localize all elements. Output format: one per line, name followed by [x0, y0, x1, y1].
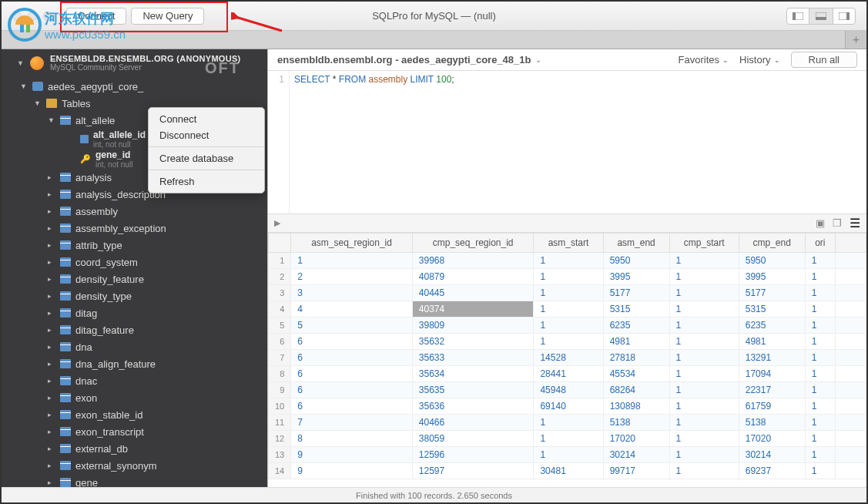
tree-table[interactable]: ▸ditag_feature	[2, 321, 267, 338]
tree-table[interactable]: ▸dna	[2, 338, 267, 355]
cell[interactable]: 1	[534, 431, 603, 447]
tree-table[interactable]: ▸assembly_exception	[2, 220, 267, 237]
cell[interactable]: 5315	[739, 301, 805, 318]
cell[interactable]: 1	[534, 269, 603, 285]
cell[interactable]: 1	[805, 301, 835, 318]
cell[interactable]: 5177	[739, 285, 805, 301]
cell[interactable]: 1	[534, 318, 603, 334]
cell[interactable]: 1	[669, 463, 739, 479]
new-query-button[interactable]: New Query	[131, 8, 204, 25]
cell[interactable]: 35636	[412, 398, 534, 415]
cell[interactable]: 5177	[603, 285, 669, 301]
tree-table[interactable]: ▸coord_system	[2, 254, 267, 270]
cell[interactable]: 9	[291, 463, 413, 479]
column-header[interactable]: asm_start	[534, 234, 603, 253]
cell[interactable]: 1	[669, 301, 739, 318]
cell[interactable]: 39968	[412, 253, 534, 269]
cell[interactable]: 130898	[603, 398, 669, 415]
cell[interactable]: 1	[669, 334, 739, 350]
tree-table[interactable]: ▸density_feature	[2, 270, 267, 287]
cell[interactable]: 17094	[739, 366, 805, 382]
tree-table[interactable]: ▸exon_stable_id	[2, 406, 267, 423]
cell[interactable]: 1	[805, 350, 835, 366]
tree-table[interactable]: ▸assembly	[2, 203, 267, 220]
cell[interactable]: 1	[534, 415, 603, 431]
tree-table[interactable]: ▸dnac	[2, 372, 267, 389]
cell[interactable]: 5950	[603, 253, 669, 269]
cell[interactable]: 1	[805, 447, 835, 463]
column-header[interactable]: cmp_start	[669, 234, 739, 253]
cell[interactable]: 39809	[412, 318, 534, 334]
cell[interactable]: 45948	[534, 382, 603, 398]
cell[interactable]: 61759	[739, 398, 805, 415]
tree-table[interactable]: ▸dna_align_feature	[2, 355, 267, 372]
table-row[interactable]: 1174046615138151381	[269, 415, 866, 431]
cell[interactable]: 1	[805, 463, 835, 479]
table-row[interactable]: 334044515177151771	[269, 285, 866, 301]
table-row[interactable]: 444037415315153151	[269, 301, 866, 318]
favorites-button[interactable]: Favorites⌄	[679, 54, 729, 66]
cell[interactable]: 3	[291, 285, 413, 301]
editor-code[interactable]: SELECT * FROM assembly LIMIT 100;	[290, 71, 459, 213]
menu-connect[interactable]: Connect	[149, 111, 264, 127]
cell[interactable]: 38059	[412, 431, 534, 447]
cell[interactable]: 1	[669, 318, 739, 334]
cell[interactable]: 40374	[412, 301, 534, 318]
cell[interactable]: 1	[669, 415, 739, 431]
tree-table[interactable]: ▸exon_transcript	[2, 423, 267, 440]
tab-current[interactable]	[2, 31, 845, 49]
layout-bottom-icon[interactable]	[809, 8, 833, 25]
cell[interactable]: 1	[805, 253, 835, 269]
tree-table[interactable]: ▸density_type	[2, 287, 267, 304]
cell[interactable]: 12596	[412, 447, 534, 463]
cell[interactable]: 6	[291, 350, 413, 366]
cell[interactable]: 12597	[412, 463, 534, 479]
cell[interactable]: 6235	[739, 318, 805, 334]
cell[interactable]: 5138	[603, 415, 669, 431]
cell[interactable]: 1	[534, 447, 603, 463]
table-row[interactable]: 113996815950159501	[269, 253, 866, 269]
menu-refresh[interactable]: Refresh	[149, 173, 264, 190]
layout-left-icon[interactable]	[786, 8, 809, 25]
sql-editor[interactable]: 1 SELECT * FROM assembly LIMIT 100;	[268, 71, 866, 214]
play-icon[interactable]: ▶	[274, 218, 280, 228]
cell[interactable]: 69140	[534, 398, 603, 415]
cell[interactable]: 1	[805, 398, 835, 415]
cell[interactable]: 17020	[603, 431, 669, 447]
connect-button[interactable]: Connect	[66, 8, 126, 25]
cell[interactable]: 6	[291, 398, 413, 415]
cell[interactable]: 68264	[603, 382, 669, 398]
tree-table[interactable]: ▸ditag	[2, 304, 267, 321]
column-header[interactable]: cmp_seq_region_id	[412, 234, 534, 253]
cell[interactable]: 14528	[534, 350, 603, 366]
cell[interactable]: 1	[805, 334, 835, 350]
results-grid[interactable]: asm_seq_region_idcmp_seq_region_idasm_st…	[268, 233, 866, 487]
cell[interactable]: 6	[291, 366, 413, 382]
hamburger-icon[interactable]: ☰	[850, 216, 860, 230]
cell[interactable]: 1	[669, 269, 739, 285]
cell[interactable]: 1	[805, 318, 835, 334]
cell[interactable]: 9	[291, 447, 413, 463]
layout-segment[interactable]	[786, 8, 856, 25]
layout-right-icon[interactable]	[833, 8, 856, 25]
cell[interactable]: 35633	[412, 350, 534, 366]
cell[interactable]: 1	[669, 431, 739, 447]
traffic-lights[interactable]	[2, 12, 52, 21]
cell[interactable]: 4	[291, 301, 413, 318]
cell[interactable]: 4981	[739, 334, 805, 350]
cell[interactable]: 99717	[603, 463, 669, 479]
history-button[interactable]: History⌄	[739, 54, 779, 66]
cell[interactable]: 35635	[412, 382, 534, 398]
cell[interactable]: 30214	[603, 447, 669, 463]
cell[interactable]: 1	[805, 415, 835, 431]
cell[interactable]: 7	[291, 415, 413, 431]
table-row[interactable]: 128380591170201170201	[269, 431, 866, 447]
cell[interactable]: 1	[805, 431, 835, 447]
table-row[interactable]: 1491259730481997171692371	[269, 463, 866, 479]
cell[interactable]: 13291	[739, 350, 805, 366]
cell[interactable]: 1	[669, 253, 739, 269]
cell[interactable]: 30481	[534, 463, 603, 479]
cell[interactable]: 40879	[412, 269, 534, 285]
cell[interactable]: 6235	[603, 318, 669, 334]
cell[interactable]: 1	[669, 398, 739, 415]
